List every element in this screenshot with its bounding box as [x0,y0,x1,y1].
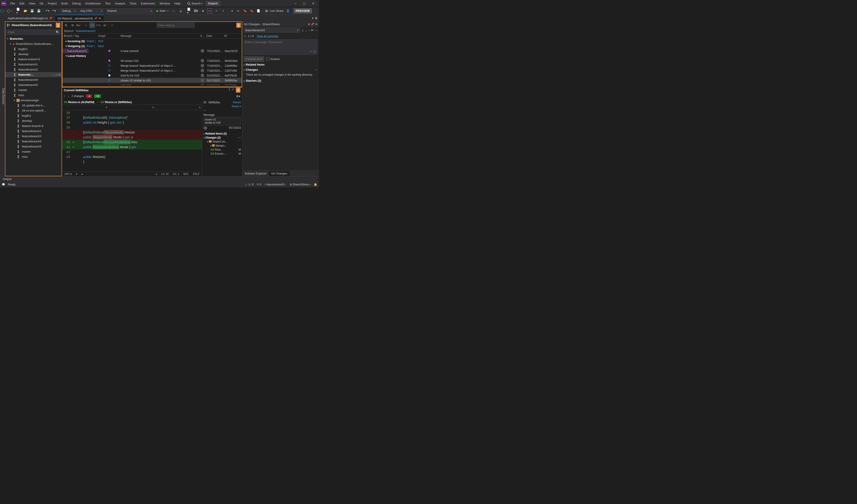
dropdown-icon[interactable]: ▾ [308,22,310,26]
branch-item[interactable]: feature-branch-6 [5,123,62,129]
list-icon[interactable]: ≣ [200,9,205,13]
incoming-section[interactable]: ▸Incoming (0) Fetch|Pull [63,38,242,44]
diff-view-icon[interactable]: ⟆ [229,88,230,93]
pull-icon[interactable]: ⟲✓ [76,22,81,28]
dropdown-icon[interactable]: ▾ [312,17,314,20]
branch-selected[interactable]: featurebr… ↑↓1 / 0 [5,72,62,77]
reset-link[interactable]: Reset ▾ [232,105,241,108]
tag-icon[interactable]: 🏷 [102,22,107,28]
branch-link[interactable]: featurebranch3 [76,29,95,33]
revert-link[interactable]: Revert [233,101,241,104]
remotes-node[interactable]: ▾remotes/origin [5,98,62,103]
hidden-icon[interactable]: 👁 [110,22,115,28]
history-filter-input[interactable] [157,22,195,28]
repo-node[interactable]: ▾◆ShareXDemo (featurebranc… [5,41,62,46]
pull-link[interactable]: Pull [98,39,103,43]
menu-git[interactable]: Git [37,1,46,6]
bookmark3-icon[interactable]: 📑 [256,9,261,13]
expand-icon[interactable]: ⤢ [232,88,234,93]
start-button[interactable]: ▶Start▾ [155,9,170,13]
bookmark-icon[interactable]: 🔖 [242,9,248,13]
menu-project[interactable]: Project [46,1,59,6]
graph1-icon[interactable]: ⑂ [83,22,89,28]
outgoing-section[interactable]: ▾Outgoing (1) Push|Sync [63,44,242,48]
view-all-commits-link[interactable]: View all commits [257,34,278,38]
branch-item[interactable]: 16-update-the-h… [5,103,62,108]
commit-row[interactable]: ⑂ featurebranch3 A new commit 7/21/2023…… [63,48,242,53]
project-selector[interactable]: ShareX [206,1,220,6]
undo-icon[interactable]: ↶▾ [45,9,50,13]
sync-status[interactable]: ↑↓ 1 / 0 [245,183,254,186]
edit-count[interactable]: ✎ 0 [257,183,261,186]
branch-item[interactable]: featurebranch5 [5,82,62,87]
branch-item[interactable]: master [5,87,62,93]
commit-row[interactable]: Merge branch 'featurebranch3' of https:/… [63,63,242,68]
menu-build[interactable]: Build [59,1,70,6]
commit-message-input[interactable]: Enter a message <Required> #ⓘ [244,39,318,55]
branch-item[interactable]: featurebranch5 [5,144,62,149]
more-icon[interactable]: ⋯ [315,29,318,32]
tab-app-instance-manager[interactable]: ApplicationInstanceManager.cs📌 [5,15,55,21]
push-link[interactable]: Push [87,45,93,48]
menu-edit[interactable]: Edit [17,1,27,6]
stashes-section[interactable]: ▸Stashes (2) [242,78,319,83]
pull-icon[interactable]: ↓ [305,29,307,32]
bell-icon[interactable]: 🔔 [314,183,317,186]
branch-item[interactable]: featurebranch3 [5,134,62,139]
close-icon[interactable]: ✕ [315,22,318,26]
browser-link-icon[interactable]: 📑▾ [187,9,192,13]
branch-item[interactable]: misc [5,93,62,98]
local-history-section[interactable]: ▾Local History [63,53,242,58]
nav-fwd-icon[interactable]: ◯→ [7,9,13,13]
branch-item[interactable]: bugfix1 [5,46,62,52]
branch-item[interactable]: 29-vs-live-specifi… [5,108,62,113]
file-node[interactable]: C#Enums.…M [203,152,241,156]
nav-back-icon[interactable]: ◯← [1,9,6,13]
commit-all-button[interactable]: Commit All▾ [244,56,264,62]
commit-row[interactable]: closes #2 similar to #105/17/2023…5b95b5… [63,78,242,83]
push-icon[interactable]: ↑ [308,29,310,32]
gear-icon[interactable]: ⚙▾ [236,95,240,98]
pin-icon[interactable]: 📌 [49,17,52,20]
abc-icon[interactable]: abc [207,9,212,13]
changes-node[interactable]: ▾Changes (2)⋯ [203,136,241,140]
repo-status[interactable]: ⧉ ShareXDemo ▾ [290,183,311,186]
live-share-button[interactable]: Live Share [265,9,283,13]
menu-analyze[interactable]: Analyze [113,1,128,6]
amend-checkbox[interactable]: Amend [266,57,280,61]
graph2-icon[interactable]: ⑂⑂ [89,22,95,28]
commit-row[interactable]: #15 #247/18/2023…0427f455 [63,83,242,85]
commit-row[interactable]: Merge branch 'featurebranch3' of https:/… [63,68,242,73]
project-node[interactable]: ▾ShareX.Im… [203,140,241,144]
more-icon[interactable]: ⋯ [315,68,318,71]
comment-icon[interactable]: ⫽ [214,9,219,13]
gear-icon[interactable]: ⚙ [315,17,318,20]
diff-member-dropdowns[interactable]: ▾▾▾ [62,105,202,110]
branch-combo[interactable]: featurebranch3▾ [244,28,300,33]
project-combo[interactable]: ShareX▾ [105,8,153,14]
commit-row[interactable]: #8 closes #107/19/2023…9e45c6ed [63,58,242,63]
commit-row[interactable]: Add fix for #105/10/2023…8a57fb26 [63,73,242,78]
graph3-icon[interactable]: ⑂⑂⑂ [96,22,101,28]
minimize-button[interactable]: ─ [291,1,300,6]
menu-extensions[interactable]: Extensions [139,1,157,6]
branch-item[interactable]: develop [5,52,62,57]
menu-file[interactable]: File [8,1,17,6]
redo-icon[interactable]: ↷▾ [52,9,57,13]
refresh-icon[interactable] [63,22,69,28]
branch-item[interactable]: featurebranch2 [5,67,62,72]
save-icon[interactable]: 💾 [30,9,35,13]
chat-icon[interactable]: 💬 [2,183,5,186]
branch-item[interactable]: master [5,149,62,154]
changes-section[interactable]: ▾Changes⋯ [242,67,319,72]
sync-icon[interactable]: ⟳ [311,29,313,32]
menu-window[interactable]: Window [157,1,172,6]
new-project-icon[interactable]: 📑▾ [16,9,21,13]
search-icon[interactable]: 🔍 [56,31,60,34]
related-items-node[interactable]: ▸Related Items (2) [203,132,241,136]
close-button[interactable]: ✕ [309,1,318,6]
zoom-level[interactable]: 100 % [64,172,72,175]
prev-change-icon[interactable]: ↑ [64,95,65,98]
pin-icon[interactable]: 📌 [311,22,314,26]
next-change-icon[interactable]: ↓ [68,95,69,98]
